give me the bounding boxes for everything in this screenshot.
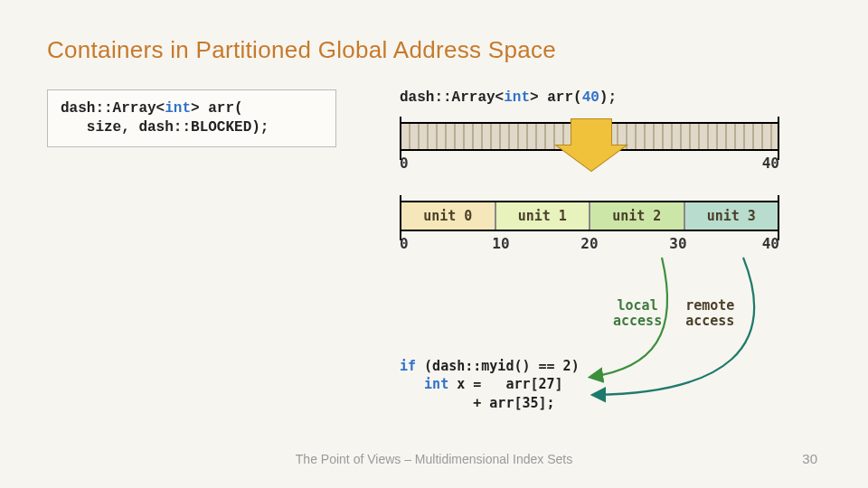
code-text: > arr( [191,100,243,117]
code-text: size, dash::BLOCKED); [61,119,269,136]
unit-cell: unit 0 [401,202,496,230]
tick-label: 30 [665,235,691,252]
number-literal: 40 [582,89,599,106]
local-access-label: local access [613,298,662,330]
unit-label: unit 1 [518,208,567,224]
tick-label: 40 [754,235,779,252]
code-text: dash::Array< [61,100,165,117]
unit-label: unit 2 [612,208,661,224]
global-array-bar [400,122,779,151]
decompose-arrow-icon [571,118,626,171]
diagram-area: 0 40 unit 0 unit 1 unit 2 unit 3 0 10 20… [400,122,779,252]
right-code-line: dash::Array<int> arr(40); [400,89,821,106]
code-text [400,376,424,392]
unit-cell: unit 2 [590,202,685,230]
keyword-int: int [165,100,191,117]
code-text: dash::Array< [400,89,504,106]
tick-label: 0 [400,235,425,252]
code-text: ); [599,89,617,106]
tick-label: 20 [577,235,602,252]
unit-label: unit 3 [707,208,756,224]
slide-title: Containers in Partitioned Global Address… [47,36,821,64]
unit-label: unit 0 [423,208,472,224]
page-number: 30 [802,451,817,466]
keyword-int: int [424,376,448,392]
unit-row: unit 0 unit 1 unit 2 unit 3 [400,201,779,231]
bottom-code-block: if (dash::myid() == 2) int x = arr[27] +… [400,357,580,412]
remote-access-label: remote access [685,298,734,330]
code-text: x = arr[27] [448,376,562,392]
left-code-block: dash::Array<int> arr( size, dash::BLOCKE… [47,89,336,147]
code-text: + arr[35]; [400,395,555,411]
footer-text: The Point of Views – Multidimensional In… [0,452,868,466]
unit-cell: unit 1 [496,202,591,230]
keyword-int: int [504,89,530,106]
code-text: > arr( [530,89,582,106]
unit-ticks: 0 10 20 30 40 [400,235,779,252]
unit-cell: unit 3 [685,202,778,230]
tick-label: 10 [488,235,514,252]
code-text: (dash::myid() == 2) [416,358,580,374]
keyword-if: if [400,358,416,374]
